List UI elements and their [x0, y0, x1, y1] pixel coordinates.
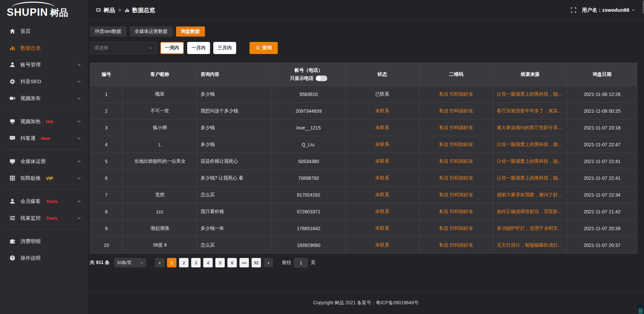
sidebar-item-矩阵助推[interactable]: 矩阵助推VIP: [0, 170, 88, 187]
cell-source-link[interactable]: 无主灯设计，智能磁吸轨道灯...: [493, 237, 567, 254]
sidebar-item-账号管理[interactable]: 账号管理: [0, 56, 88, 73]
filter-select[interactable]: 请选择: [90, 42, 157, 54]
cell-nickname: zzz: [123, 203, 197, 220]
sidebar-item-首页[interactable]: 首页: [0, 23, 88, 40]
cell-source-link[interactable]: 让你一眼就爱上的黑科技，能...: [493, 136, 567, 153]
table-row: 3狐小狸多少钱love__1215未联系私信 扫码加好友被大家追着问的客厅投影分…: [90, 119, 637, 136]
page-button-1[interactable]: 1: [167, 258, 176, 267]
data-tabs: 抖音seo数据全媒体运营数据询盘数据: [90, 27, 636, 37]
phone-only-label: 只显示电话: [290, 75, 314, 82]
sidebar-item-全媒体运营[interactable]: 全媒体运营: [0, 153, 88, 170]
cell-qrcode-links[interactable]: 私信 扫码加好友: [419, 136, 493, 153]
logo-arc-decoration: [11, 2, 55, 8]
page-button-4[interactable]: 4: [203, 258, 213, 267]
tab-询盘数据[interactable]: 询盘数据: [176, 27, 205, 37]
search-button-label: 查询: [262, 45, 272, 51]
sidebar-item-视频加热[interactable]: 视频加热Hot: [0, 113, 88, 130]
page-button-6[interactable]: 6: [227, 258, 237, 267]
tab-抖音seo数据[interactable]: 抖音seo数据: [90, 27, 126, 37]
sidebar-divider: [5, 190, 83, 190]
cell-status: 未联系: [345, 153, 419, 170]
cell-source-link[interactable]: 客厅安装投影半年多了，真实...: [493, 103, 567, 119]
username-label: 用户名：zswodun88: [582, 7, 629, 13]
table-body: 1哦章多少钱9583810已联系私信 扫码加好友让你一眼就爱上的黑科技，能...…: [90, 86, 637, 254]
sidebar-item-视频发布[interactable]: 视频发布: [0, 90, 88, 107]
page-button-2[interactable]: 2: [179, 258, 189, 267]
cell-source-link[interactable]: 让你一眼就爱上的黑科技，能...: [493, 170, 567, 187]
tab-全媒体运营数据[interactable]: 全媒体运营数据: [130, 27, 173, 37]
cell-account: 572803371: [272, 203, 345, 220]
cell-content: 多少钱: [197, 86, 272, 103]
sliders-icon: [9, 215, 15, 221]
copyright-text: Copyright 树品 2021 备案号：粤ICP备09019646号: [313, 300, 419, 306]
cell-qrcode-links[interactable]: 私信 扫码加好友: [419, 187, 493, 203]
search-button[interactable]: 查询: [250, 42, 278, 54]
page-size-select[interactable]: 10条/页: [114, 258, 146, 267]
sidebar-item-抖音SEO[interactable]: 抖音SEO: [0, 73, 88, 90]
cell-qrcode-links[interactable]: 私信 扫码加好友: [419, 203, 493, 220]
page-button-5[interactable]: 5: [215, 258, 225, 267]
cell-nickname: 当地比较能吃的一位美女: [123, 153, 197, 170]
cell-id: 7: [90, 187, 123, 203]
cell-source-link[interactable]: 多功能护栏灯，适用于乡村文...: [493, 220, 567, 237]
range-button-一月内[interactable]: 一月内: [187, 42, 210, 54]
page-button-92[interactable]: 92: [252, 258, 261, 267]
cell-source-link[interactable]: 如何正确选择投影仪，买投影...: [493, 203, 567, 220]
cell-date: 2021-11-07 22:47: [567, 136, 637, 153]
col-header-status: 状态: [345, 63, 419, 86]
cell-source-link[interactable]: 让你一眼就爱上的黑科技，能...: [493, 153, 567, 170]
gear-icon: [9, 78, 15, 85]
cell-status: 未联系: [345, 220, 419, 237]
cell-source-link[interactable]: 被大家追着问的客厅投影分享...: [493, 119, 567, 136]
col-header-source: 线索来源: [493, 63, 567, 86]
col-header-account-title: 帐号（电话）: [272, 67, 345, 73]
sidebar-item-操作说明[interactable]: ?操作说明: [0, 250, 88, 266]
chat-icon: [9, 135, 15, 141]
sidebar-item-label: 矩阵助推: [20, 175, 41, 181]
cell-qrcode-links[interactable]: 私信 扫码加好友: [419, 119, 493, 136]
next-page-button[interactable]: ›: [264, 258, 273, 267]
scrollbar-thumb[interactable]: [643, 1, 644, 13]
cell-qrcode-links[interactable]: 私信 扫码加好友: [419, 237, 493, 254]
sidebar-item-线索监控[interactable]: 线索监控Tools: [0, 210, 88, 226]
cell-nickname: L: [123, 136, 197, 153]
sidebar-item-label: 线索监控: [20, 215, 41, 221]
cell-source-link[interactable]: 感谢大家喜欢我家，被问了好...: [493, 187, 567, 203]
cell-source-link[interactable]: 让你一眼就爱上的黑科技，能...: [493, 86, 567, 103]
cell-qrcode-links[interactable]: 私信 扫码加好友: [419, 86, 493, 103]
sidebar-item-会员爆客[interactable]: 会员爆客Tools: [0, 193, 88, 210]
sidebar-item-label: 账号管理: [20, 62, 41, 68]
cell-qrcode-links[interactable]: 私信 扫码加好友: [419, 170, 493, 187]
topbar-right: 用户名：zswodun88: [571, 7, 635, 13]
range-button-三月内[interactable]: 三月内: [213, 42, 236, 54]
page-button-3[interactable]: 3: [191, 258, 201, 267]
cell-qrcode-links[interactable]: 私信 扫码加好友: [419, 103, 493, 119]
phone-only-toggle[interactable]: [316, 75, 327, 81]
cell-status: 未联系: [345, 136, 419, 153]
logo-text-en: SHUPIN: [7, 7, 48, 17]
cell-content: 我想问这个多少钱: [197, 103, 272, 119]
sidebar-item-消费明细[interactable]: 消费明细: [0, 233, 88, 250]
fullscreen-icon[interactable]: [571, 7, 577, 13]
floating-widget[interactable]: [638, 303, 643, 314]
cell-account: 183929060: [272, 237, 345, 254]
sidebar-item-数据总览[interactable]: 数据总览: [0, 40, 88, 56]
cell-content: 我只看价格: [197, 203, 272, 220]
breadcrumb-separator: >: [118, 7, 122, 13]
sidebar-item-抖客通[interactable]: 抖客通New: [0, 130, 88, 147]
goto-page-input[interactable]: [294, 258, 308, 267]
svg-text:?: ?: [11, 256, 13, 260]
chevron-down-icon: [631, 8, 635, 12]
cell-qrcode-links[interactable]: 私信 扫码加好友: [419, 153, 493, 170]
cell-account: 2097344839: [272, 103, 345, 119]
user-menu[interactable]: 用户名：zswodun88: [582, 7, 635, 13]
col-header-qrcode: 二维码: [419, 63, 493, 86]
prev-page-button[interactable]: ‹: [155, 258, 164, 267]
cell-qrcode-links[interactable]: 私信 扫码加好友: [419, 220, 493, 237]
cell-nickname: 潮起潮落: [123, 220, 197, 237]
cell-nickname: 哦章: [123, 86, 197, 103]
page-ellipsis-button[interactable]: •••: [239, 258, 249, 267]
breadcrumb-item-home[interactable]: 树品: [104, 6, 115, 14]
screen-icon: [9, 118, 15, 124]
range-button-一周内[interactable]: 一周内: [160, 42, 184, 54]
